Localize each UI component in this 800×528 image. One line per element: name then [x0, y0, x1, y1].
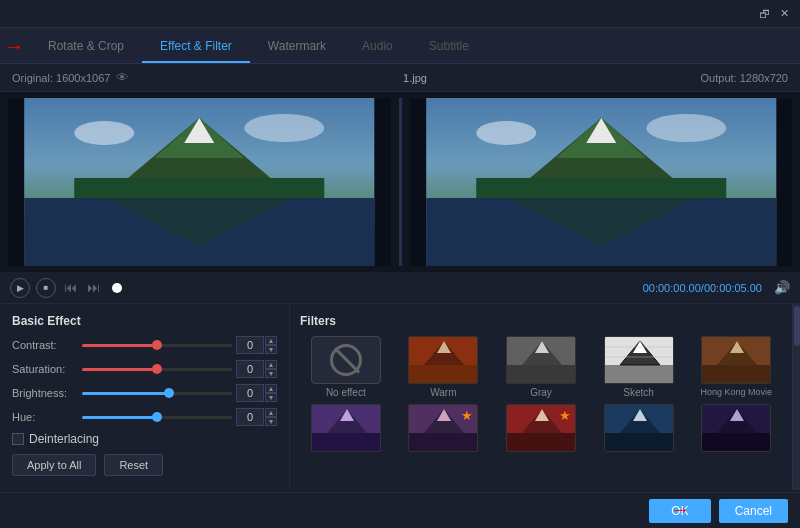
- time-display: 00:00:00.00/00:00:05.00: [128, 282, 762, 294]
- preview-original: [8, 98, 391, 266]
- filter-sketch-label: Sketch: [623, 387, 654, 398]
- preview-output: [410, 98, 793, 266]
- time-current: 00:00:00.00: [643, 282, 701, 294]
- filter-r2c5[interactable]: [690, 404, 782, 455]
- filter-warm[interactable]: Warm: [398, 336, 490, 398]
- tab-subtitle[interactable]: Subtitle: [411, 28, 487, 63]
- saturation-value[interactable]: [236, 360, 264, 378]
- tab-rotate-crop[interactable]: Rotate & Crop: [30, 28, 142, 63]
- tab-effect-filter[interactable]: Effect & Filter: [142, 28, 250, 63]
- deinterlacing-checkbox[interactable]: [12, 433, 24, 445]
- saturation-slider[interactable]: [82, 362, 232, 376]
- filter-warm-thumb: [408, 336, 478, 384]
- cancel-button[interactable]: Cancel: [719, 499, 788, 523]
- no-effect-icon: [330, 344, 362, 376]
- minimize-button[interactable]: 🗗: [756, 6, 772, 22]
- filter-r2c5-thumb: [701, 404, 771, 452]
- contrast-slider[interactable]: [82, 338, 232, 352]
- brightness-down[interactable]: ▼: [265, 393, 277, 402]
- svg-point-18: [476, 121, 536, 145]
- volume-icon[interactable]: 🔊: [774, 280, 790, 295]
- contrast-spinner[interactable]: ▲ ▼: [265, 336, 277, 354]
- filter-hong-kong-thumb: [701, 336, 771, 384]
- deinterlacing-label: Deinterlacing: [29, 432, 99, 446]
- tab-watermark[interactable]: Watermark: [250, 28, 344, 63]
- star-badge2: ★: [559, 408, 571, 423]
- eye-icon[interactable]: 👁: [116, 70, 129, 85]
- filter-r2c2[interactable]: ★: [398, 404, 490, 455]
- arrow-indicator: →: [4, 34, 24, 57]
- hue-spinner[interactable]: ▲ ▼: [265, 408, 277, 426]
- svg-rect-53: [605, 433, 674, 452]
- brightness-value[interactable]: [236, 384, 264, 402]
- preview-area: [0, 92, 800, 272]
- filters-title: Filters: [300, 314, 782, 328]
- filter-r2c4[interactable]: [593, 404, 685, 455]
- filter-sketch-thumb: [604, 336, 674, 384]
- filters-grid: No effect Warm: [300, 336, 782, 455]
- brightness-slider[interactable]: [82, 386, 232, 400]
- svg-rect-5: [74, 178, 324, 198]
- bottom-area: Basic Effect Contrast: ▲ ▼ Saturat: [0, 304, 800, 490]
- star-badge: ★: [461, 408, 473, 423]
- saturation-spinner[interactable]: ▲ ▼: [265, 360, 277, 378]
- play-button[interactable]: ▶: [10, 278, 30, 298]
- filter-warm-label: Warm: [430, 387, 456, 398]
- stop-button[interactable]: ■: [36, 278, 56, 298]
- filter-no-effect[interactable]: No effect: [300, 336, 392, 398]
- original-size: Original: 1600x1067: [12, 72, 110, 84]
- filter-gray-thumb: [506, 336, 576, 384]
- hue-value[interactable]: [236, 408, 264, 426]
- filters-panel: Filters No effect: [290, 304, 792, 490]
- filter-r2c4-thumb: [604, 404, 674, 452]
- brightness-label: Brightness:: [12, 387, 82, 399]
- no-effect-thumb: [311, 336, 381, 384]
- filter-r2c1[interactable]: [300, 404, 392, 455]
- info-bar: Original: 1600x1067 👁 1.jpg Output: 1280…: [0, 64, 800, 92]
- filter-r2c3[interactable]: ★: [495, 404, 587, 455]
- svg-point-8: [74, 121, 134, 145]
- tab-audio[interactable]: Audio: [344, 28, 411, 63]
- effects-panel: Basic Effect Contrast: ▲ ▼ Saturat: [0, 304, 290, 490]
- filter-r2c2-thumb: ★: [408, 404, 478, 452]
- reset-button[interactable]: Reset: [104, 454, 163, 476]
- contrast-up[interactable]: ▲: [265, 336, 277, 345]
- action-buttons: Apply to All Reset: [12, 454, 277, 476]
- svg-point-19: [646, 114, 726, 142]
- effects-title: Basic Effect: [12, 314, 277, 328]
- next-button[interactable]: ⏭: [85, 278, 102, 297]
- filters-scrollbar[interactable]: [792, 304, 800, 490]
- contrast-down[interactable]: ▼: [265, 345, 277, 354]
- filter-gray[interactable]: Gray: [495, 336, 587, 398]
- svg-rect-57: [702, 433, 771, 452]
- svg-point-9: [244, 114, 324, 142]
- svg-rect-27: [507, 365, 576, 384]
- svg-rect-41: [312, 433, 381, 452]
- hue-down[interactable]: ▼: [265, 417, 277, 426]
- svg-rect-37: [702, 365, 771, 384]
- filter-no-effect-label: No effect: [326, 387, 366, 398]
- filter-sketch[interactable]: Sketch: [593, 336, 685, 398]
- hue-row: Hue: ▲ ▼: [12, 408, 277, 426]
- contrast-value[interactable]: [236, 336, 264, 354]
- hue-slider[interactable]: [82, 410, 232, 424]
- timeline-indicator[interactable]: [112, 283, 122, 293]
- filter-r2c3-thumb: ★: [506, 404, 576, 452]
- close-button[interactable]: ✕: [776, 6, 792, 22]
- apply-all-button[interactable]: Apply to All: [12, 454, 96, 476]
- filter-hong-kong[interactable]: Hong Kong Movie: [690, 336, 782, 398]
- scrollbar-thumb[interactable]: [794, 306, 800, 346]
- deinterlacing-row: Deinterlacing: [12, 432, 277, 446]
- hue-label: Hue:: [12, 411, 82, 423]
- saturation-up[interactable]: ▲: [265, 360, 277, 369]
- hue-up[interactable]: ▲: [265, 408, 277, 417]
- output-size: Output: 1280x720: [701, 72, 788, 84]
- brightness-up[interactable]: ▲: [265, 384, 277, 393]
- saturation-down[interactable]: ▼: [265, 369, 277, 378]
- ok-arrow-indicator: →: [670, 498, 690, 521]
- filter-r2c1-thumb: [311, 404, 381, 452]
- time-total: 00:00:05.00: [704, 282, 762, 294]
- brightness-spinner[interactable]: ▲ ▼: [265, 384, 277, 402]
- prev-button[interactable]: ⏮: [62, 278, 79, 297]
- saturation-row: Saturation: ▲ ▼: [12, 360, 277, 378]
